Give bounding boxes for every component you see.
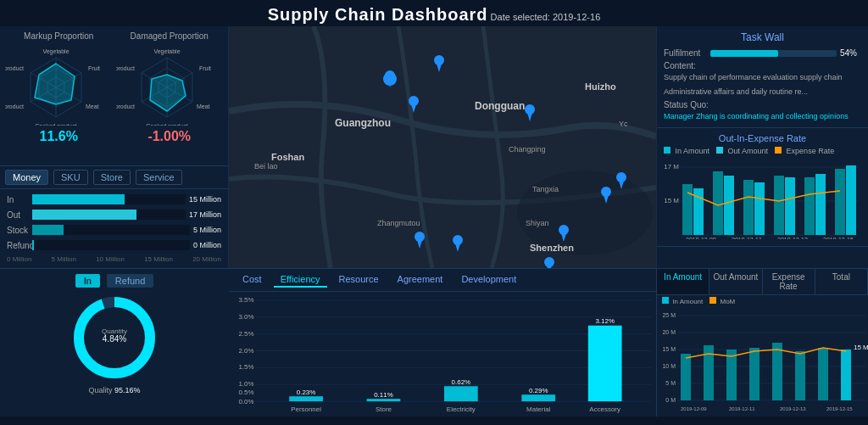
fulfilment-track bbox=[710, 50, 837, 57]
svg-rect-129 bbox=[795, 351, 805, 400]
legend-in: In Amount bbox=[664, 147, 709, 155]
bottom-section: In Refund Quantity 4.84% Quality 95.16% … bbox=[0, 268, 868, 417]
right-panel: Task Wall Fulfilment 54% Content: Supply… bbox=[656, 26, 868, 268]
svg-rect-64 bbox=[774, 176, 784, 235]
svg-text:Dongguan: Dongguan bbox=[475, 100, 525, 112]
br-chart-svg: 25 M 20 M 15 M 10 M 5 M 0 M 15 bbox=[657, 307, 868, 417]
svg-marker-25 bbox=[150, 75, 186, 111]
fulfilment-row: Fulfilment 54% bbox=[664, 48, 861, 58]
svg-text:Cooked product: Cooked product bbox=[35, 123, 76, 126]
donut-quality-label: Quality 95.16% bbox=[88, 386, 140, 394]
btab-development[interactable]: Development bbox=[454, 272, 523, 288]
legend-out: Out Amount bbox=[716, 147, 768, 155]
bar-row-stock: Stock 5 Million bbox=[7, 225, 221, 235]
donut-area: In Refund Quantity 4.84% Quality 95.16% bbox=[0, 268, 229, 417]
svg-text:17 M: 17 M bbox=[664, 163, 679, 171]
efficiency-tab-bar: Cost Efficiency Resource Agreement Devel… bbox=[229, 269, 656, 292]
donut-tab-refund[interactable]: Refund bbox=[107, 274, 153, 288]
br-legend: In Amount MoM bbox=[657, 295, 868, 307]
expense-chart-title: Out-In-Expense Rate bbox=[664, 133, 861, 143]
svg-text:1.5%: 1.5% bbox=[238, 363, 253, 371]
tab-service[interactable]: Service bbox=[136, 170, 182, 185]
bar-fill-refund bbox=[32, 240, 34, 250]
svg-text:2.0%: 2.0% bbox=[238, 347, 253, 355]
donut-chart-svg: Quantity 4.84% bbox=[68, 291, 161, 384]
svg-text:Retail product: Retail product bbox=[5, 103, 24, 110]
radar-markup-chart: Vegetable Fruit Meat Cooked product Reta… bbox=[5, 41, 107, 126]
efficiency-chart-svg: 3.5% 3.0% 2.5% 2.0% 1.5% 1.0% 0.5% 0.0% … bbox=[229, 292, 656, 417]
svg-text:0.11%: 0.11% bbox=[374, 391, 393, 399]
bottom-center: Cost Efficiency Resource Agreement Devel… bbox=[229, 268, 656, 417]
svg-rect-130 bbox=[818, 348, 828, 400]
radar-markup-value: 11.6% bbox=[5, 129, 113, 144]
svg-rect-127 bbox=[749, 348, 760, 400]
svg-text:2019-12-11: 2019-12-11 bbox=[729, 406, 755, 411]
bar-fill-stock bbox=[32, 225, 64, 235]
donut-tab-in[interactable]: In bbox=[75, 274, 100, 288]
bar-x-axis: 0 Million 5 Million 10 Million 15 Millio… bbox=[7, 255, 221, 263]
svg-text:Tangxia: Tangxia bbox=[532, 185, 559, 193]
map-svg: Guangzhou Foshan Dongguan Huizho Shenzhe… bbox=[229, 26, 656, 268]
btab-agreement[interactable]: Agreement bbox=[391, 272, 450, 288]
btab-resource[interactable]: Resource bbox=[332, 272, 386, 288]
svg-text:10 M: 10 M bbox=[662, 363, 676, 369]
svg-text:0.5%: 0.5% bbox=[238, 389, 253, 396]
svg-rect-109 bbox=[588, 326, 622, 401]
svg-text:25 M: 25 M bbox=[662, 312, 676, 318]
bottom-right: In Amount Out Amount Expense Rate Total … bbox=[656, 268, 868, 417]
br-legend-mom: MoM bbox=[709, 297, 735, 305]
fulfilment-label: Fulfilment bbox=[664, 48, 710, 58]
svg-text:Changping: Changping bbox=[509, 145, 546, 154]
svg-rect-128 bbox=[772, 343, 782, 400]
br-tab-in-amount[interactable]: In Amount bbox=[657, 269, 709, 294]
svg-text:Zhangmutou: Zhangmutou bbox=[377, 219, 420, 227]
header-date: Date selected: 2019-12-16 bbox=[491, 12, 601, 22]
svg-text:3.12%: 3.12% bbox=[595, 317, 615, 325]
svg-text:15 M: 15 M bbox=[664, 197, 679, 204]
svg-text:0.29%: 0.29% bbox=[529, 387, 548, 394]
status-quo-text: Manager Zhang is coordinating and collec… bbox=[664, 111, 861, 122]
svg-text:Aquatic product: Aquatic product bbox=[116, 65, 135, 72]
svg-text:2.5%: 2.5% bbox=[238, 330, 253, 338]
svg-text:5 M: 5 M bbox=[665, 380, 676, 386]
svg-text:2019-12-09: 2019-12-09 bbox=[686, 237, 716, 239]
donut-legend: Quality 95.16% bbox=[88, 386, 140, 394]
fulfilment-bar bbox=[710, 50, 778, 57]
svg-text:Shenzhen: Shenzhen bbox=[530, 243, 574, 253]
svg-text:Aquatic product: Aquatic product bbox=[5, 65, 24, 72]
svg-rect-61 bbox=[682, 184, 693, 235]
svg-rect-103 bbox=[444, 386, 478, 401]
tab-sku[interactable]: SKU bbox=[53, 170, 88, 185]
page-title: Supply Chain Dashboard bbox=[268, 5, 488, 24]
svg-text:Shiyan: Shiyan bbox=[526, 219, 549, 227]
svg-text:2019-12-11: 2019-12-11 bbox=[732, 237, 762, 239]
svg-text:Electricity: Electricity bbox=[447, 405, 476, 413]
svg-rect-71 bbox=[815, 174, 826, 235]
svg-rect-124 bbox=[681, 354, 691, 400]
bar-row-refund: Refund 0 Million bbox=[7, 240, 221, 250]
svg-text:3.0%: 3.0% bbox=[238, 313, 253, 321]
br-tab-expense-rate[interactable]: Expense Rate bbox=[763, 269, 815, 294]
tab-store[interactable]: Store bbox=[93, 170, 131, 185]
svg-text:Guangzhou: Guangzhou bbox=[335, 117, 391, 129]
svg-text:3.5%: 3.5% bbox=[238, 296, 253, 304]
tab-money[interactable]: Money bbox=[5, 170, 48, 185]
svg-text:Personnel: Personnel bbox=[291, 405, 321, 413]
legend-rate-dot bbox=[775, 147, 782, 154]
svg-text:Meat: Meat bbox=[86, 103, 99, 109]
svg-rect-97 bbox=[289, 396, 323, 401]
btab-cost[interactable]: Cost bbox=[236, 272, 269, 288]
btab-efficiency[interactable]: Efficiency bbox=[274, 272, 327, 288]
br-tab-out-amount[interactable]: Out Amount bbox=[709, 269, 762, 294]
svg-text:0.23%: 0.23% bbox=[297, 389, 316, 396]
br-tab-total[interactable]: Total bbox=[815, 269, 868, 294]
svg-text:2019-12-13: 2019-12-13 bbox=[780, 406, 806, 411]
fulfilment-percent: 54% bbox=[840, 48, 861, 58]
radar-damaged-title: Damaged Proportion bbox=[116, 31, 224, 41]
svg-text:Store: Store bbox=[376, 405, 392, 413]
bar-fill-in bbox=[32, 194, 125, 204]
expense-chart-legend: In Amount Out Amount Expense Rate bbox=[664, 147, 861, 155]
expense-chart-svg: 17 M 15 M bbox=[664, 159, 860, 239]
svg-text:Material: Material bbox=[526, 405, 550, 413]
svg-text:Huizho: Huizho bbox=[585, 81, 616, 92]
